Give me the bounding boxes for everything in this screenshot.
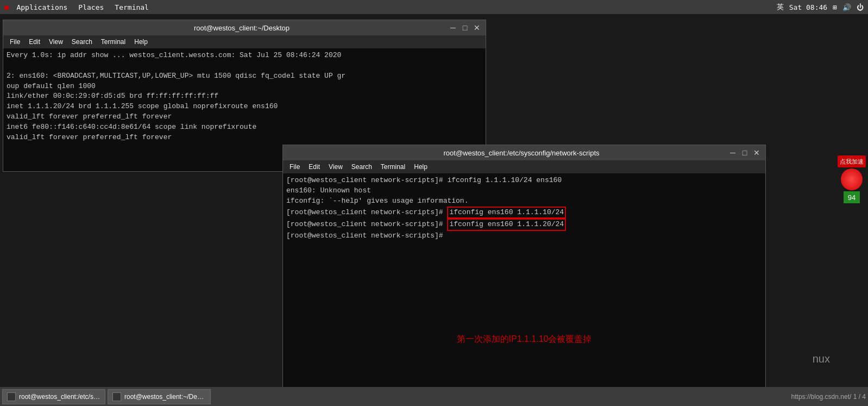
menu-places[interactable]: Places	[74, 2, 108, 13]
menu-terminal-1[interactable]: Terminal	[98, 37, 129, 47]
menu-file-2[interactable]: File	[286, 162, 303, 172]
taskbar-icon-2	[112, 392, 121, 401]
prompt-3: [root@westos_client network-scripts]#	[286, 208, 447, 216]
taskbar-label-1: root@westos_client:/etc/sysconfig/...	[19, 393, 100, 401]
prompt-4: [root@westos_client network-scripts]#	[286, 220, 447, 228]
clock: Sat 08:46	[789, 3, 827, 11]
redhat-logo: ●	[4, 3, 9, 11]
menu-view-2[interactable]: View	[325, 162, 346, 172]
menu-edit-1[interactable]: Edit	[26, 37, 43, 47]
terminal-content-2[interactable]: [root@westos_client network-scripts]# if…	[283, 173, 765, 389]
taskbar: root@westos_client:/etc/sysconfig/... ro…	[0, 387, 868, 406]
menu-search-1[interactable]: Search	[68, 37, 96, 47]
terminal-line: inet6 fe80::f146:c640:cc4d:8e61/64 scope…	[7, 122, 482, 133]
network-icon: ⊞	[833, 3, 837, 11]
terminal-line: [root@westos_client network-scripts]# if…	[286, 218, 762, 231]
window-title-2: root@westos_client:/etc/sysconfig/networ…	[315, 149, 728, 157]
window-controls-1[interactable]: ─ □ ✕	[449, 23, 481, 32]
taskbar-item-1[interactable]: root@westos_client:/etc/sysconfig/...	[2, 389, 105, 404]
terminal-line	[7, 61, 482, 71]
window-title-1: root@westos_client:~/Desktop	[35, 24, 449, 32]
terminal-line: link/ether 00:0c:29:0f:d5:d5 brd ff:ff:f…	[7, 91, 482, 102]
taskbar-icon-1	[7, 392, 16, 401]
menu-file-1[interactable]: File	[7, 37, 23, 47]
menu-help-1[interactable]: Help	[131, 37, 151, 47]
terminal-line: Every 1.0s: ip addr show ... westos_clie…	[7, 51, 482, 61]
terminal-line: [root@westos_client network-scripts]#	[286, 231, 762, 241]
maximize-btn-2[interactable]: □	[740, 148, 749, 157]
menu-terminal-2[interactable]: Terminal	[378, 162, 408, 172]
top-bar-right: 英 Sat 08:46 ⊞ 🔊 ⏻	[777, 2, 864, 12]
menu-terminal[interactable]: Terminal	[110, 2, 153, 13]
top-bar-left: ● Applications Places Terminal	[4, 2, 153, 13]
menubar-2: File Edit View Search Terminal Help	[283, 160, 765, 173]
highlighted-command-1: ifconfig ens160 1.1.1.10/24	[447, 207, 566, 219]
terminal-line: oup default qlen 1000	[7, 82, 482, 92]
desktop: root@westos_client:~/Desktop ─ □ ✕ File …	[0, 14, 868, 387]
language-indicator: 英	[777, 2, 784, 12]
taskbar-item-2[interactable]: root@westos_client:~/Desktop	[108, 389, 211, 404]
close-btn-1[interactable]: ✕	[473, 23, 481, 32]
terminal-line: valid_lft forever preferred_lft forever	[7, 112, 482, 122]
volume-icon: 🔊	[842, 3, 851, 11]
terminal-line: inet 1.1.1.20/24 brd 1.1.1.255 scope glo…	[7, 102, 482, 112]
minimize-btn-1[interactable]: ─	[449, 23, 457, 32]
titlebar-2[interactable]: root@westos_client:/etc/sysconfig/networ…	[283, 145, 765, 160]
widget-num: 94	[844, 191, 860, 203]
menu-edit-2[interactable]: Edit	[305, 162, 323, 172]
side-widget[interactable]: 点我加速 94	[835, 155, 868, 203]
power-icon[interactable]: ⏻	[857, 3, 864, 11]
widget-badge[interactable]: 点我加速	[838, 155, 866, 167]
top-menubar: ● Applications Places Terminal 英 Sat 08:…	[0, 0, 868, 14]
terminal-window-2: root@westos_client:/etc/sysconfig/networ…	[282, 145, 766, 389]
highlighted-command-2: ifconfig ens160 1.1.1.20/24	[447, 218, 566, 231]
terminal-line: valid_lft forever preferred_lft forever	[7, 133, 482, 143]
menu-help-2[interactable]: Help	[411, 162, 431, 172]
terminal-line: ens160: Unknown host	[286, 186, 762, 196]
taskbar-right: https://blog.csdn.net/ 1 / 4	[791, 393, 866, 401]
menubar-1: File Edit View Search Terminal Help	[3, 35, 486, 48]
minimize-btn-2[interactable]: ─	[728, 148, 737, 157]
maximize-btn-1[interactable]: □	[461, 23, 469, 32]
terminal-line: 2: ens160: <BROADCAST,MULTICAST,UP,LOWER…	[7, 71, 482, 82]
window-controls-2[interactable]: ─ □ ✕	[728, 148, 761, 157]
terminal-line: [root@westos_client network-scripts]# if…	[286, 207, 762, 219]
terminal-line: [root@westos_client network-scripts]# if…	[286, 176, 762, 186]
annotation-text: 第一次添加的IP1.1.1.10会被覆盖掉	[457, 333, 592, 345]
menu-view-1[interactable]: View	[46, 37, 66, 47]
close-btn-2[interactable]: ✕	[752, 148, 761, 157]
widget-circle	[841, 168, 863, 190]
menu-applications[interactable]: Applications	[12, 2, 72, 13]
nux-text: nux	[813, 353, 830, 365]
menu-search-2[interactable]: Search	[348, 162, 375, 172]
titlebar-1[interactable]: root@westos_client:~/Desktop ─ □ ✕	[3, 20, 486, 35]
taskbar-label-2: root@westos_client:~/Desktop	[124, 393, 206, 401]
terminal-line: ifconfig: `--help' gives usage informati…	[286, 196, 762, 207]
